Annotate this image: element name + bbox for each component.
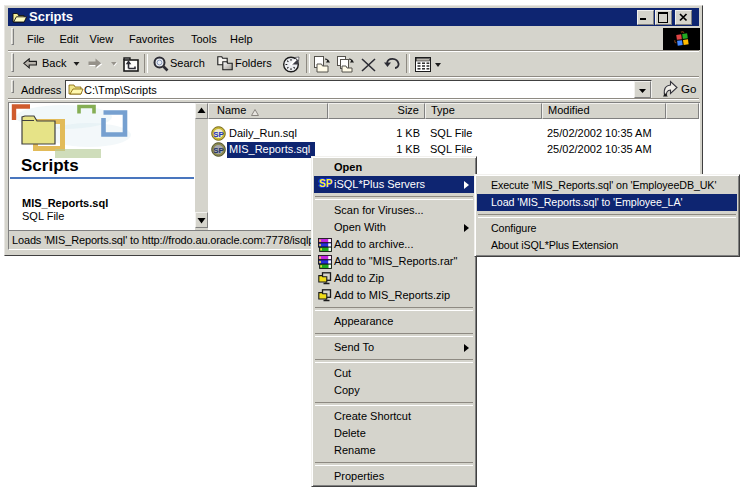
svg-text:SP: SP — [213, 130, 224, 139]
svg-text:SP: SP — [213, 146, 224, 155]
